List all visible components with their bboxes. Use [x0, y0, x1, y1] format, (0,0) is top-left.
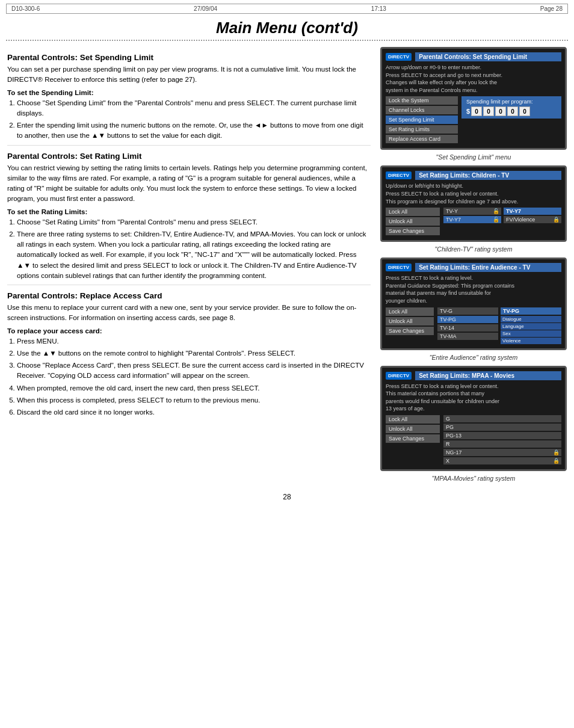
spending-body-line-3: Changes will take effect only after you …	[386, 79, 561, 87]
spending-step-2: Enter the spending limit using the numer…	[17, 120, 371, 141]
spending-value: $ 0 0 0 0 0	[466, 106, 557, 116]
children-unlock-all: Unlock All	[386, 217, 440, 226]
replace-card-body: Use this menu to replace your current ca…	[7, 303, 371, 324]
directv-logo-4: DIRECTV	[386, 372, 412, 380]
ea-rating-header: TV-PG	[501, 307, 561, 315]
spending-body-line-1: Arrow up/down or #0-9 to enter number.	[386, 64, 561, 72]
directv-logo-2: DIRECTV	[386, 171, 412, 179]
spending-caption: "Set Spending Limit" menu	[380, 153, 567, 161]
menu-item-set-rating: Set Rating Limits	[386, 125, 458, 134]
children-screen-title: Set Rating Limits: Children - TV	[415, 171, 561, 180]
mpaa-pg-lock	[553, 424, 559, 430]
rating-limit-body: You can restrict viewing by setting the …	[7, 163, 371, 205]
header-ref: D10-300-6	[11, 5, 40, 12]
digit-0: 0	[471, 106, 482, 116]
spending-limit-box: Spending limit per program: $ 0 0 0 0 0	[461, 96, 561, 119]
content-area: Parental Controls: Set Spending Limit Yo…	[0, 47, 574, 487]
replace-card-steps: Press MENU. Use the ▲▼ buttons on the re…	[7, 336, 371, 418]
mpaa-pg13-lock	[553, 433, 559, 439]
children-fv-violence: FV/Violence 🔒	[504, 216, 561, 223]
mpaa-screen-body: Press SELECT to lock a rating level or c…	[386, 383, 561, 413]
rating-limit-steps: Choose "Set Rating Limits" from "Parenta…	[7, 217, 371, 282]
header-time: 17:13	[371, 5, 386, 12]
directv-logo-3: DIRECTV	[386, 264, 412, 271]
fv-lock: 🔒	[553, 217, 559, 223]
ea-tv14: TV-14	[437, 324, 498, 332]
replace-step-3: Choose "Replace Access Card", then press…	[17, 360, 371, 381]
mpaa-g-lock	[553, 416, 559, 422]
children-rating-col2: TV-Y7 FV/Violence 🔒	[504, 208, 561, 236]
menu-item-channel-locks: Channel Locks	[386, 106, 458, 114]
children-rating-grid: TV-Y 🔓 TV-Y7 🔓 TV-Y7 FV/Violence 🔒	[443, 208, 561, 236]
tvy7-lock: 🔓	[493, 217, 499, 223]
children-save-changes: Save Changes	[386, 227, 440, 235]
spending-limit-heading: Parental Controls: Set Spending Limit	[7, 53, 371, 62]
menu-item-set-spending: Set Spending Limit	[386, 116, 458, 124]
ea-caption: "Entire Audience" rating system	[380, 354, 567, 361]
left-column: Parental Controls: Set Spending Limit Yo…	[7, 47, 371, 487]
spending-screen-body: Arrow up/down or #0-9 to enter number. P…	[386, 64, 561, 94]
children-body-2: Press SELECT to lock a rating level or c…	[386, 190, 561, 198]
rating-limit-heading: Parental Controls: Set Rating Limit	[7, 152, 371, 161]
page-number: 28	[0, 493, 574, 501]
ea-tvpg: TV-PG	[437, 316, 498, 323]
ea-screen-header: DIRECTV Set Rating Limits: Entire Audien…	[386, 263, 561, 272]
spending-screen-title: Parental Controls: Set Spending Limit	[415, 52, 561, 61]
mpaa-rating-list: G PG PG-13 R	[443, 415, 561, 466]
mpaa-pg: PG	[443, 424, 561, 431]
mpaa-body-2: This material contains portions that man…	[386, 390, 561, 398]
dollar-sign: $	[466, 108, 470, 115]
mpaa-save-changes: Save Changes	[386, 434, 440, 443]
ea-tvg: TV-G	[437, 307, 498, 315]
rating-limit-subheading: To set the Rating Limits:	[7, 208, 371, 215]
children-lock-all: Lock All	[386, 208, 440, 216]
divider-2	[7, 285, 371, 285]
replace-step-5: When this process is completed, press SE…	[17, 395, 371, 406]
mpaa-nc17-lock: 🔒	[553, 449, 559, 455]
mpaa-x-lock: 🔒	[553, 458, 559, 464]
header-page: Page 28	[540, 5, 563, 12]
ea-rating-col2: TV-PG Dialogue Language Sex Violence	[501, 307, 561, 345]
spending-limit-steps: Choose "Set Spending Limit" from the "Pa…	[7, 98, 371, 141]
children-caption: "Children-TV" rating system	[380, 245, 567, 253]
spending-step-1: Choose "Set Spending Limit" from the "Pa…	[17, 98, 371, 119]
ea-rating-grid: TV-G TV-PG TV-14 TV-MA TV-PG Dialogue La…	[437, 307, 561, 345]
rating-step-2: There are three rating systems to set: C…	[17, 229, 371, 281]
header-date: 27/09/04	[194, 5, 217, 12]
mpaa-r: R	[443, 440, 561, 448]
replace-card-heading: Parental Controls: Replace Access Card	[7, 291, 371, 300]
children-screen-header: DIRECTV Set Rating Limits: Children - TV	[386, 171, 561, 180]
mpaa-body-4: 13 years of age.	[386, 405, 561, 413]
mpaa-lock-all: Lock All	[386, 415, 440, 424]
ea-tvma: TV-MA	[437, 333, 498, 340]
page-header: D10-300-6 27/09/04 17:13 Page 28	[6, 4, 568, 14]
replace-card-subheading: To replace your access card:	[7, 327, 371, 335]
divider-1	[7, 145, 371, 146]
digit-3: 0	[507, 106, 518, 116]
replace-step-6: Discard the old card since it no longer …	[17, 407, 371, 418]
replace-step-1: Press MENU.	[17, 336, 371, 347]
ea-language: Language	[501, 323, 561, 330]
ea-rating-left: Lock All Unlock All Save Changes	[386, 307, 434, 345]
mpaa-screen-title: Set Rating Limits: MPAA - Movies	[415, 371, 561, 380]
spending-limit-screen: DIRECTV Parental Controls: Set Spending …	[380, 47, 567, 150]
right-column: DIRECTV Parental Controls: Set Spending …	[380, 47, 567, 487]
ea-violence: Violence	[501, 338, 561, 344]
mpaa-r-lock	[553, 441, 559, 447]
spending-body-line-2: Press SELECT to accept and go to next nu…	[386, 72, 561, 79]
mpaa-screen: DIRECTV Set Rating Limits: MPAA - Movies…	[380, 366, 567, 471]
spending-screen-header: DIRECTV Parental Controls: Set Spending …	[386, 52, 561, 61]
ea-unlock-all: Unlock All	[386, 317, 434, 325]
spending-menu-left: Lock the System Channel Locks Set Spendi…	[386, 96, 458, 144]
ea-body-3: material that parents may find unsuitabl…	[386, 289, 561, 297]
mpaa-menu-row: Lock All Unlock All Save Changes G PG PG…	[386, 415, 561, 466]
ea-sex: Sex	[501, 330, 561, 337]
tvy-lock: 🔓	[493, 208, 499, 214]
ea-screen-title: Set Rating Limits: Entire Audience - TV	[415, 263, 561, 272]
mpaa-rating-left: Lock All Unlock All Save Changes	[386, 415, 440, 466]
ea-dialogue: Dialogue	[501, 316, 561, 322]
children-rating-col1: TV-Y 🔓 TV-Y7 🔓	[443, 208, 501, 236]
replace-step-2: Use the ▲▼ buttons on the remote control…	[17, 348, 371, 359]
children-rating-left: Lock All Unlock All Save Changes	[386, 208, 440, 236]
children-rating-tvy: TV-Y 🔓	[443, 208, 501, 215]
